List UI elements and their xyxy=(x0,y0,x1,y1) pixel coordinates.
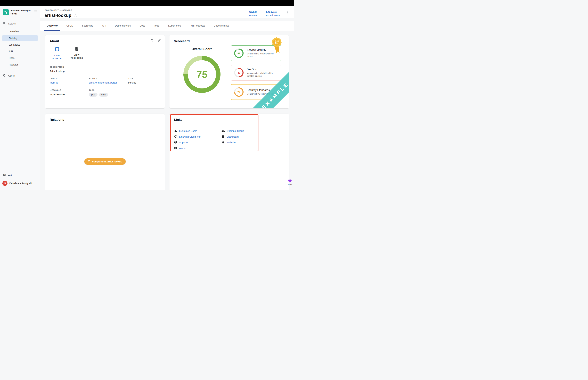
links-card: Links Examples Users xyxy=(170,114,289,190)
search-icon xyxy=(3,22,6,25)
tab-docs[interactable]: Docs xyxy=(135,21,150,31)
link-example-group[interactable]: Example Group xyxy=(222,129,254,133)
link-examples-users[interactable]: Examples Users xyxy=(174,129,222,133)
link-label: Alerts xyxy=(179,147,186,150)
scorecard-item-title: Security Standards xyxy=(247,89,273,92)
tab-scorecard[interactable]: Scorecard xyxy=(77,21,98,31)
owner-field-link[interactable]: team-a xyxy=(50,81,89,84)
dashboard-icon xyxy=(222,135,224,138)
tags-field-label: TAGS xyxy=(89,89,160,91)
overall-score-gauge: 75 xyxy=(182,54,222,95)
link-support[interactable]: Support xyxy=(174,141,222,144)
sidebar-item-catalog[interactable]: Catalog xyxy=(2,35,38,41)
link-label: Examples Users xyxy=(179,130,197,132)
avatar: DP xyxy=(2,181,7,186)
aida-flower-icon xyxy=(288,179,292,183)
sidebar-header: Internal Developer Portal xyxy=(0,6,40,18)
sidebar-item-api[interactable]: API xyxy=(2,48,38,55)
score-gauge: 74 xyxy=(234,87,244,97)
scorecard-item-title: DevOps xyxy=(247,68,278,71)
link-alerts[interactable]: Alerts xyxy=(174,147,222,150)
content-grid: About VIEW SOURCE xyxy=(40,31,294,190)
star-icon[interactable] xyxy=(74,13,77,18)
gear-icon xyxy=(3,74,6,77)
sidebar-item-docs[interactable]: Docs xyxy=(2,55,38,61)
sidebar-item-label: Workflows xyxy=(9,43,20,46)
sidebar-help-label: Help xyxy=(8,174,13,177)
link-website[interactable]: Website xyxy=(222,141,254,144)
overall-score-value: 75 xyxy=(182,54,222,95)
view-source-button[interactable]: VIEW SOURCE xyxy=(50,47,64,60)
apps-grid-icon[interactable] xyxy=(33,10,38,15)
sidebar-divider xyxy=(0,70,40,70)
lifecycle-field-value: experimental xyxy=(50,93,89,95)
scorecard-card: Scorecard Gold Tier xyxy=(170,35,289,108)
overall-score-label: Overall Score xyxy=(191,47,212,51)
sidebar-item-workflows[interactable]: Workflows xyxy=(2,41,38,48)
tab-overview[interactable]: Overview xyxy=(42,21,62,31)
link-label: Dashboard xyxy=(227,135,239,138)
tab-code-insights[interactable]: Code Insights xyxy=(209,21,233,31)
link-label: Website xyxy=(227,141,235,144)
sidebar-user[interactable]: DP Debabrata Panigrahi xyxy=(0,179,40,188)
owner-meta: Owner team-a xyxy=(249,11,257,17)
page-title: artist-lookup xyxy=(45,13,71,18)
lifecycle-value: experimental xyxy=(266,14,280,17)
scorecard-item-devops[interactable]: 47 DevOps Measures the reliability of th… xyxy=(231,65,281,80)
score-value: 74 xyxy=(234,87,244,97)
sidebar-item-register[interactable]: Register xyxy=(2,61,38,68)
app-logo-icon xyxy=(3,9,9,15)
techdocs-icon xyxy=(75,47,79,52)
type-field-label: TYPE xyxy=(128,77,160,80)
top-black-bar xyxy=(0,0,294,6)
scorecard-item-security-standards[interactable]: 74 Security Standards Measures how secur… xyxy=(231,84,281,100)
refresh-icon[interactable] xyxy=(151,38,154,43)
link-dashboard[interactable]: Dashboard xyxy=(222,135,254,138)
globe-icon xyxy=(174,147,177,150)
sidebar-search[interactable]: Search xyxy=(0,18,40,27)
system-field-link[interactable]: artist-engagement-portal xyxy=(89,81,128,84)
globe-icon xyxy=(222,141,225,144)
gold-tier-badge: Gold Tier xyxy=(269,37,284,56)
view-techdocs-button[interactable]: VIEW TECHDOCS xyxy=(69,47,84,60)
sidebar-admin-label: Admin xyxy=(8,74,15,77)
owner-field-label: OWNER xyxy=(50,77,89,80)
tab-kubernetes[interactable]: Kubernetes xyxy=(164,21,185,31)
system-field-label: SYSTEM xyxy=(89,77,128,80)
tab-dependencies[interactable]: Dependencies xyxy=(111,21,135,31)
entity-header: COMPONENT — SERVICE artist-lookup Owner … xyxy=(40,6,294,18)
github-icon xyxy=(55,47,59,52)
view-techdocs-label: VIEW TECHDOCS xyxy=(71,54,83,60)
relations-card: Relations component:artist-lookup xyxy=(45,114,165,190)
kebab-menu-icon[interactable] xyxy=(287,11,289,15)
relations-title: Relations xyxy=(50,118,160,122)
relations-entity-chip[interactable]: component:artist-lookup xyxy=(84,158,126,165)
tab-api[interactable]: API xyxy=(98,21,111,31)
link-label: Link with Cloud Icon xyxy=(179,135,201,138)
edit-pencil-icon[interactable] xyxy=(158,38,161,43)
tab-todo[interactable]: Todo xyxy=(150,21,164,31)
owner-link[interactable]: team-a xyxy=(249,14,257,17)
score-gauge: 87 xyxy=(234,48,244,58)
link-with-cloud-icon[interactable]: Link with Cloud Icon xyxy=(174,135,222,138)
tab-pull-requests[interactable]: Pull Requests xyxy=(185,21,209,31)
sidebar-item-help[interactable]: ? Help xyxy=(0,171,40,179)
tag-chip[interactable]: java xyxy=(89,93,97,97)
description-label: DESCRIPTION xyxy=(50,66,160,68)
aida-widget[interactable]: AIDA xyxy=(288,179,292,186)
person-icon xyxy=(174,129,177,133)
sidebar-item-label: API xyxy=(9,50,13,53)
scorecard-title: Scorecard xyxy=(174,39,285,43)
lifecycle-label: Lifecycle xyxy=(266,11,280,13)
sidebar-item-overview[interactable]: Overview xyxy=(2,28,38,35)
aida-label: AIDA xyxy=(288,184,292,186)
tab-cicd[interactable]: CI/CD xyxy=(62,21,77,31)
entity-icon xyxy=(88,160,91,163)
description-value: Artist Lookup xyxy=(50,70,160,73)
sidebar-item-admin[interactable]: Admin xyxy=(0,72,40,79)
help-icon xyxy=(174,141,177,144)
links-title: Links xyxy=(174,118,254,122)
about-card: About VIEW SOURCE xyxy=(45,35,165,108)
about-title: About xyxy=(50,39,160,43)
tag-chip[interactable]: data xyxy=(99,93,108,97)
